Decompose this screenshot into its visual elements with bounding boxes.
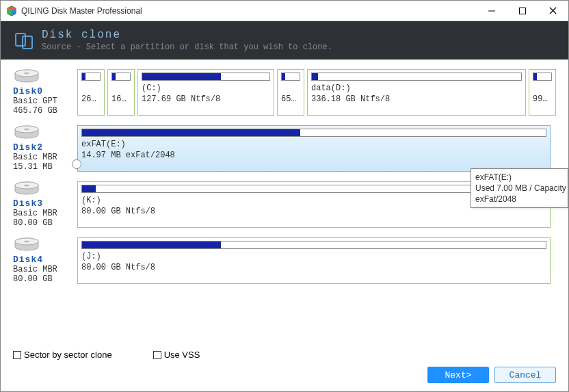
checkbox-label: Sector by sector clone — [24, 350, 112, 360]
partition-usage-bar — [142, 73, 270, 81]
partition-usage-bar — [81, 73, 101, 81]
partition-label: exFAT(E:) — [81, 140, 546, 149]
svg-point-8 — [24, 73, 29, 75]
partition-meta: 80.00 GB Ntfs/8 — [81, 207, 546, 216]
partition-usage-bar — [81, 241, 546, 249]
partition-usage-bar — [311, 73, 522, 81]
titlebar: QILING Disk Master Professional — [1, 1, 568, 21]
use-vss-checkbox[interactable]: Use VSS — [153, 350, 200, 360]
disk-size: 80.00 GB — [13, 274, 73, 284]
disk-row[interactable]: Disk4Basic MBR80.00 GB(J:)80.00 GB Ntfs/… — [13, 237, 556, 284]
disk-clone-icon — [13, 29, 35, 51]
partition-meta: 65... — [281, 94, 300, 104]
disk-name: Disk2 — [13, 142, 73, 153]
partition-tooltip: exFAT(E:) Used 7.00 MB / Capacity exFat/… — [471, 168, 568, 208]
disk-type: Basic MBR — [13, 209, 73, 218]
disk-size: 465.76 GB — [13, 106, 73, 116]
disk-info: Disk4Basic MBR80.00 GB — [13, 237, 73, 284]
partition-meta: 336.18 GB Ntfs/8 — [311, 94, 522, 104]
partition-usage-bar — [111, 73, 131, 81]
close-button[interactable] — [538, 1, 568, 21]
window-title: QILING Disk Master Professional — [21, 6, 476, 16]
partition[interactable]: 99... — [529, 69, 556, 116]
maximize-button[interactable] — [507, 1, 538, 21]
disk-select-radio[interactable] — [72, 159, 81, 169]
partition-usage-bar — [533, 73, 552, 81]
disk-type: Basic MBR — [13, 153, 73, 162]
partition-list: (J:)80.00 GB Ntfs/8 — [77, 237, 556, 284]
disk-type: Basic MBR — [13, 265, 73, 274]
window-controls — [476, 1, 568, 21]
partition[interactable]: 65... — [277, 69, 304, 116]
tooltip-line: exFAT(E:) — [475, 172, 564, 183]
checkbox-icon — [153, 351, 161, 359]
partition-label: (C:) — [142, 83, 270, 93]
disk-info: Disk3Basic MBR80.00 GB — [13, 181, 73, 228]
checkbox-label: Use VSS — [164, 350, 200, 360]
partition-meta: 127.69 GB Ntfs/8 — [142, 94, 270, 104]
svg-rect-5 — [23, 36, 32, 49]
clone-options: Sector by sector clone Use VSS — [13, 350, 200, 360]
disk-name: Disk4 — [13, 254, 73, 265]
svg-point-17 — [24, 241, 29, 243]
disk-info: Disk0Basic GPT465.76 GB — [13, 69, 73, 116]
disk-name: Disk0 — [13, 86, 73, 96]
partition[interactable]: 26... — [77, 69, 105, 116]
disk-name: Disk3 — [13, 198, 73, 209]
page-subtitle: Source - Select a partition or disk that… — [42, 42, 332, 52]
partition-label: (J:) — [81, 252, 546, 261]
partition[interactable]: 16... — [107, 69, 135, 116]
svg-rect-4 — [16, 34, 25, 46]
disk-type: Basic GPT — [13, 96, 73, 106]
app-logo-icon — [6, 5, 17, 16]
partition-label — [81, 83, 101, 93]
cancel-button[interactable]: Cancel — [494, 367, 556, 383]
page-title: Disk clone — [42, 29, 332, 41]
sector-clone-checkbox[interactable]: Sector by sector clone — [13, 350, 112, 360]
partition-meta: 16... — [111, 94, 131, 104]
partition[interactable]: (J:)80.00 GB Ntfs/8 — [77, 237, 551, 284]
partition-meta: 14.97 MB exFat/2048 — [81, 151, 546, 160]
partition-meta: 99... — [533, 94, 552, 104]
next-button[interactable]: Next> — [427, 367, 489, 383]
disk-row[interactable]: Disk0Basic GPT465.76 GB26...16...(C:)127… — [13, 69, 556, 116]
svg-rect-1 — [519, 8, 525, 14]
disk-info: Disk2Basic MBR15.31 MB — [13, 125, 73, 172]
partition-list: exFAT(E:)14.97 MB exFat/2048 — [77, 125, 556, 172]
checkbox-icon — [13, 351, 21, 359]
partition-label: data(D:) — [311, 83, 522, 93]
partition-meta: 80.00 GB Ntfs/8 — [81, 263, 546, 272]
disk-row[interactable]: Disk2Basic MBR15.31 MBexFAT(E:)14.97 MB … — [13, 125, 556, 172]
partition-label — [533, 83, 552, 93]
partition-label — [281, 83, 300, 93]
partition[interactable]: data(D:)336.18 GB Ntfs/8 — [307, 69, 526, 116]
disk-size: 15.31 MB — [13, 162, 73, 172]
partition-usage-bar — [81, 129, 546, 137]
page-header: Disk clone Source - Select a partition o… — [1, 21, 568, 60]
disk-size: 80.00 GB — [13, 218, 73, 228]
svg-point-11 — [24, 129, 29, 131]
partition-meta: 26... — [81, 94, 101, 104]
partition[interactable]: exFAT(E:)14.97 MB exFat/2048 — [77, 125, 551, 172]
tooltip-line: Used 7.00 MB / Capacity — [475, 183, 564, 194]
minimize-button[interactable] — [476, 1, 507, 21]
partition-list: 26...16...(C:)127.69 GB Ntfs/865...data(… — [77, 69, 556, 116]
partition-label — [111, 83, 131, 93]
tooltip-line: exFat/2048 — [475, 194, 564, 205]
footer-buttons: Next> Cancel — [427, 367, 556, 383]
partition[interactable]: (C:)127.69 GB Ntfs/8 — [137, 69, 274, 116]
svg-point-14 — [24, 185, 29, 187]
partition-usage-bar — [281, 73, 300, 81]
